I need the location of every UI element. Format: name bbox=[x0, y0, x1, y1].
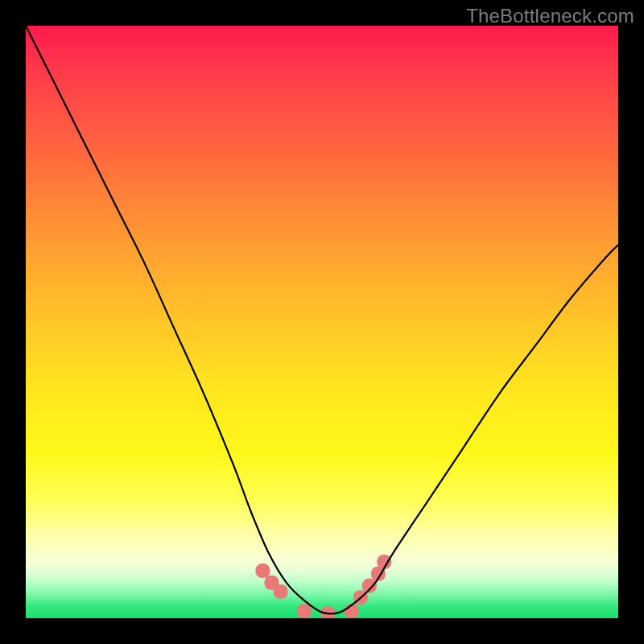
chart-svg bbox=[26, 26, 618, 618]
bottleneck-curve bbox=[26, 26, 618, 613]
min-markers-group bbox=[255, 555, 391, 618]
chart-frame: TheBottleneck.com bbox=[0, 0, 644, 644]
min-marker bbox=[255, 564, 270, 578]
plot-area bbox=[26, 26, 618, 618]
watermark-text: TheBottleneck.com bbox=[466, 5, 634, 27]
min-marker bbox=[273, 584, 287, 599]
min-marker bbox=[297, 604, 312, 618]
